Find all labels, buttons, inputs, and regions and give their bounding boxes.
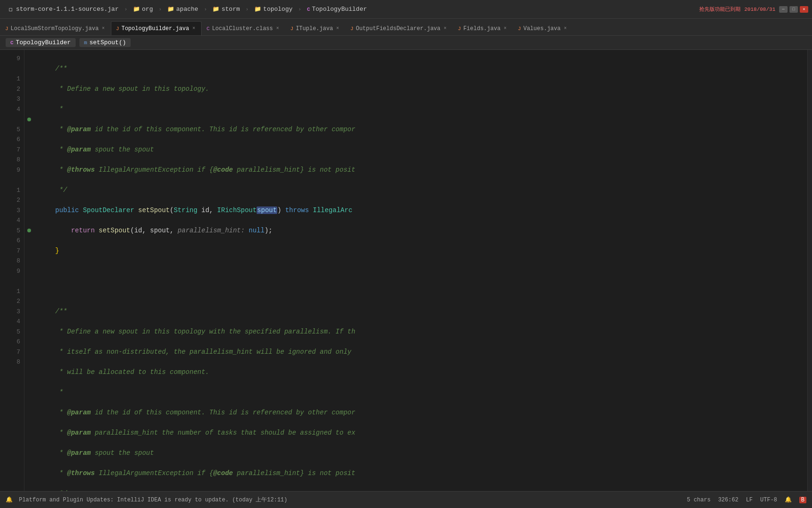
line-3: 3: [0, 94, 20, 104]
status-chars[interactable]: 5 chars: [687, 497, 710, 503]
java-icon-it: J: [290, 26, 294, 32]
structure-method[interactable]: m setSpout(): [79, 38, 131, 47]
tab-outputfields[interactable]: J OutputFieldsDeclarer.java ×: [345, 21, 453, 35]
breadcrumb-topology[interactable]: 📁 topology: [250, 5, 296, 14]
line-5b: 5: [0, 226, 20, 236]
close-button[interactable]: ✕: [800, 6, 808, 13]
sep1: ›: [124, 7, 127, 12]
tab-close-lc[interactable]: ×: [275, 25, 280, 32]
folder-icon-apache: 📁: [167, 6, 174, 13]
date-time: 2018/08/31: [744, 7, 775, 12]
code-line-8: public SpoutDeclarer setSpout(String id,…: [39, 206, 807, 216]
java-icon-of: J: [351, 26, 354, 32]
tab-close-localsum[interactable]: ×: [101, 25, 106, 32]
code-line-19: * @param parallelism_hint the number of …: [39, 428, 807, 438]
status-position[interactable]: 326:62: [718, 497, 738, 503]
line-5c: 5: [0, 327, 20, 337]
code-line-16: * will be allocated to this component.: [39, 367, 807, 378]
tab-close-v[interactable]: ×: [563, 25, 568, 32]
class-icon-lc: C: [207, 26, 210, 32]
code-line-18: * @param id the id of this component. Th…: [39, 408, 807, 418]
line-6: 6: [0, 135, 20, 145]
line-3b: 3: [0, 206, 20, 216]
breadcrumb-apache[interactable]: 📁 apache: [164, 5, 202, 14]
breadcrumb-org[interactable]: 📁 org: [129, 5, 156, 14]
apache-label: apache: [176, 6, 198, 13]
gutter-item-24: [24, 286, 34, 297]
top-right-area: 抢先版功能已到期 2018/08/31 ─ □ ✕: [699, 6, 808, 13]
code-line-9: return setSpout(id, spout, parallelism_h…: [39, 226, 807, 236]
scrollbar-right[interactable]: [807, 50, 812, 491]
line-7c: 7: [0, 347, 20, 357]
gutter-item-14: [24, 185, 34, 196]
line-9: 9: [0, 54, 20, 64]
java-icon-v: J: [518, 26, 521, 32]
gutter-item-29: [24, 337, 34, 347]
gutter-item-1: [24, 54, 34, 64]
line-empty3: [0, 175, 20, 185]
gutter-item-23: [24, 276, 34, 286]
gutter-item-10: [24, 145, 34, 155]
gutter-item-16: [24, 206, 34, 216]
tab-fields[interactable]: J Fields.java ×: [453, 21, 513, 35]
status-text[interactable]: Platform and Plugin Updates: IntelliJ ID…: [19, 497, 287, 503]
tab-close-f[interactable]: ×: [503, 25, 508, 32]
status-right: 5 chars 326:62 LF UTF-8 🔔 B: [687, 496, 806, 503]
sep4: ›: [246, 7, 249, 12]
line-6b: 6: [0, 236, 20, 246]
gutter-item-20: [24, 246, 34, 256]
line-1: 1: [0, 74, 20, 84]
sep3: ›: [204, 7, 207, 12]
code-line-20: * @param spout the spout: [39, 448, 807, 459]
folder-icon-storm: 📁: [212, 6, 219, 13]
gutter-item-9: [24, 135, 34, 145]
line-4c: 4: [0, 317, 20, 327]
sep2: ›: [158, 7, 162, 12]
status-message: 🔔 Platform and Plugin Updates: IntelliJ …: [6, 496, 687, 504]
maximize-button[interactable]: □: [789, 6, 798, 13]
gutter-item-26: [24, 307, 34, 317]
line-2c: 2: [0, 296, 20, 307]
tab-topologybuilder[interactable]: J TopologyBuilder.java ×: [111, 21, 202, 35]
tab-ituple[interactable]: J ITuple.java ×: [285, 21, 345, 35]
gutter-dot-2: [24, 226, 34, 236]
code-content[interactable]: /** * Define a new spout in this topolog…: [34, 50, 807, 491]
line-2: 2: [0, 84, 20, 95]
tab-close-of[interactable]: ×: [443, 25, 447, 32]
code-line-3: *: [39, 104, 807, 115]
gutter-item-13: [24, 175, 34, 185]
folder-icon-topology: 📁: [254, 6, 261, 13]
structure-class[interactable]: C TopologyBuilder: [6, 38, 76, 47]
java-icon-tb: J: [116, 26, 119, 32]
editor-area: 9 1 2 3 4 5 6 7 8 9 1 2 3 4 5 6 7 8 9 1 …: [0, 50, 812, 491]
tab-values[interactable]: J Values.java ×: [513, 21, 573, 35]
gutter-item-31: [24, 357, 34, 367]
status-b-indicator[interactable]: B: [799, 497, 806, 503]
line-4: 4: [0, 104, 20, 115]
breadcrumb-jar[interactable]: ◻ storm-core-1.1.1-sources.jar: [4, 5, 122, 14]
status-warning-icon[interactable]: 🔔: [785, 496, 792, 503]
breadcrumb-topologybuilder[interactable]: C TopologyBuilder: [303, 5, 371, 14]
class-symbol: C: [10, 40, 14, 46]
tab-localcluster[interactable]: C LocalCluster.class ×: [202, 21, 285, 35]
code-line-13: /**: [39, 307, 807, 317]
gutter-item-2: [24, 64, 34, 74]
breadcrumb-bar: ◻ storm-core-1.1.1-sources.jar › 📁 org ›…: [0, 0, 812, 19]
line-2b: 2: [0, 195, 20, 206]
code-line-17: *: [39, 388, 807, 398]
tab-localsum[interactable]: J LocalSumStormTopology.java ×: [0, 21, 111, 35]
code-line-15: * itself as non-distributed, the paralle…: [39, 347, 807, 357]
gutter-item-4: [24, 84, 34, 95]
line-8c: 8: [0, 357, 20, 367]
gutter-item-5: [24, 94, 34, 104]
minimize-button[interactable]: ─: [779, 6, 788, 13]
tab-close-it[interactable]: ×: [336, 25, 340, 32]
method-symbol: m: [84, 40, 87, 46]
status-encoding[interactable]: UTF-8: [760, 497, 777, 503]
tab-close-tb[interactable]: ×: [192, 25, 196, 32]
gutter-item-17: [24, 215, 34, 226]
status-line-ending[interactable]: LF: [746, 497, 752, 503]
code-line-2: * Define a new spout in this topology.: [39, 84, 807, 95]
line-empty4: [0, 276, 20, 286]
breadcrumb-storm[interactable]: 📁 storm: [209, 5, 243, 14]
